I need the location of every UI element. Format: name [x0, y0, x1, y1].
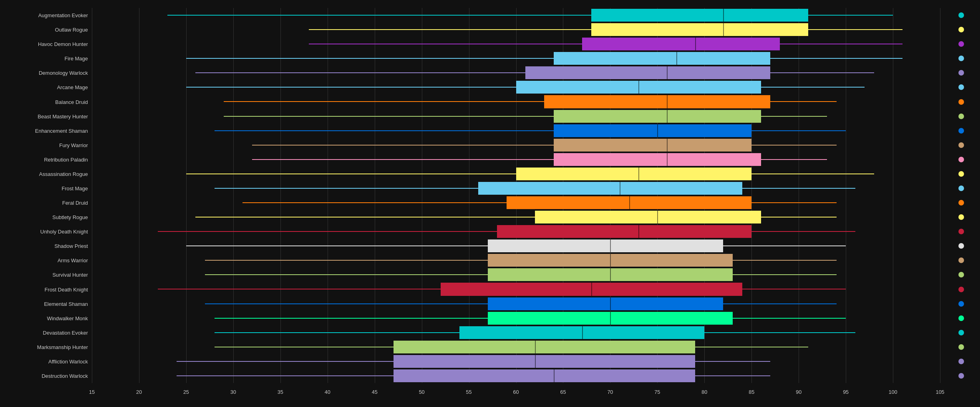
box-row [92, 340, 940, 354]
x-tick: 60 [513, 389, 519, 395]
x-axis: 1520253035404550556065707580859095100105 [92, 387, 940, 399]
y-label: Affliction Warlock [48, 358, 88, 364]
median-line [667, 153, 668, 166]
box-row [92, 297, 940, 311]
class-dot [958, 56, 964, 61]
median-line [610, 239, 611, 252]
median-line [638, 225, 639, 238]
box-rect [554, 110, 761, 123]
class-dot [958, 27, 964, 32]
box-rect [591, 23, 808, 36]
class-dot [958, 84, 964, 90]
median-line [638, 81, 639, 94]
y-label: Retribution Paladin [44, 156, 88, 162]
box-row [92, 196, 940, 210]
x-tick: 90 [796, 389, 801, 395]
y-label: Windwalker Monk [47, 315, 88, 321]
y-label: Balance Druid [55, 99, 88, 105]
box-row [92, 66, 940, 80]
median-line [667, 110, 668, 123]
x-tick: 95 [843, 389, 849, 395]
box-row [92, 369, 940, 383]
y-label: Enhancement Shaman [35, 128, 88, 134]
y-label: Augmentation Evoker [38, 12, 88, 18]
class-dot [958, 128, 964, 134]
dot-column [956, 8, 964, 383]
class-dot [958, 99, 964, 105]
y-label: Arms Warrior [58, 257, 88, 263]
median-line [667, 66, 668, 79]
x-tick: 30 [231, 389, 236, 395]
box-rect [394, 369, 695, 382]
median-line [667, 139, 668, 152]
median-line [620, 182, 620, 195]
box-rect [535, 211, 761, 223]
median-line [610, 312, 611, 325]
y-label: Survival Hunter [52, 272, 88, 278]
box-row [92, 311, 940, 325]
y-axis-labels: Augmentation EvokerOutlaw RogueHavoc Dem… [0, 8, 91, 383]
box-row [92, 51, 940, 66]
median-line [657, 124, 658, 137]
median-line [676, 52, 677, 65]
y-label: Devastation Evoker [43, 329, 88, 335]
median-line [554, 369, 555, 382]
whisker-line [186, 58, 902, 59]
class-dot [958, 344, 964, 350]
box-rect [582, 38, 780, 50]
box-row [92, 152, 940, 167]
y-label: Demonology Warlock [39, 70, 88, 76]
median-line [723, 9, 724, 22]
box-rect [497, 225, 751, 238]
box-row [92, 181, 940, 196]
box-row [92, 354, 940, 369]
y-label: Fire Mage [64, 56, 88, 62]
x-tick: 15 [89, 389, 95, 395]
x-tick: 50 [419, 389, 424, 395]
box-row [92, 94, 940, 109]
median-line [610, 254, 611, 267]
class-dot [958, 200, 964, 205]
y-label: Fury Warrior [59, 142, 88, 148]
median-line [657, 211, 658, 223]
class-dot [958, 186, 964, 191]
median-line [535, 355, 536, 368]
class-dot [958, 41, 964, 47]
y-label: Arcane Mage [57, 84, 88, 90]
box-row [92, 167, 940, 181]
median-line [667, 95, 668, 108]
y-label: Havoc Demon Hunter [38, 41, 88, 47]
x-tick: 75 [654, 389, 660, 395]
median-line [629, 196, 630, 209]
class-dot [958, 142, 964, 148]
chart-area [92, 8, 940, 383]
median-line [695, 38, 696, 50]
grid-line [940, 8, 940, 383]
box-row [92, 224, 940, 239]
box-row [92, 109, 940, 124]
x-tick: 85 [749, 389, 754, 395]
class-dot [958, 287, 964, 292]
median-line [638, 168, 639, 180]
box-row [92, 8, 940, 22]
box-row [92, 210, 940, 224]
median-line [723, 23, 724, 36]
class-dot [958, 157, 964, 162]
box-rect [394, 355, 695, 368]
box-rect [554, 139, 751, 152]
y-label: Frost Death Knight [45, 286, 88, 292]
class-dot [958, 359, 964, 364]
class-dot [958, 70, 964, 76]
box-row [92, 124, 940, 138]
class-dot [958, 301, 964, 307]
y-label: Assassination Rogue [39, 171, 88, 177]
box-rect [478, 182, 742, 195]
median-line [610, 297, 611, 310]
x-tick: 80 [702, 389, 707, 395]
box-row [92, 282, 940, 296]
box-rect [544, 95, 770, 108]
box-row [92, 239, 940, 253]
box-rect [394, 341, 695, 353]
y-label: Elemental Shaman [44, 301, 88, 307]
x-tick: 45 [372, 389, 377, 395]
